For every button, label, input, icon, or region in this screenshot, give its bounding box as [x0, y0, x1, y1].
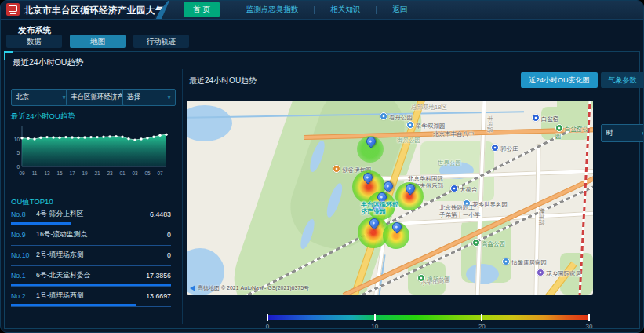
list-item[interactable]: No.84号-筛分上料区6.4483: [11, 210, 171, 225]
svg-text:03: 03: [132, 170, 138, 176]
filter-select-1[interactable]: 丰台区循环经济产∨: [66, 89, 127, 106]
time-select[interactable]: 时 ∨: [601, 124, 644, 142]
map-button-0[interactable]: 近24小时OU变化图: [521, 72, 598, 88]
filter-select-2[interactable]: 选择∨: [122, 89, 176, 106]
app-logo-icon: [6, 3, 20, 16]
trend-chart-box: 0510091113151719212301030507: [9, 121, 173, 182]
item-bar: [11, 222, 71, 225]
svg-text:05: 05: [144, 170, 151, 176]
map-label: 丰台区循环经 济产业园: [361, 202, 398, 215]
tab-2[interactable]: 行动轨迹: [133, 35, 189, 48]
time-select-value: 时: [606, 128, 613, 138]
legend-tick-label: 20: [478, 323, 486, 330]
list-item[interactable]: No.16号-北天堂村委会17.3856: [11, 271, 171, 287]
svg-text:5: 5: [16, 150, 20, 156]
nav-item-2[interactable]: 相关知识: [315, 5, 376, 15]
select-value: 丰台区循环经济产: [71, 93, 124, 102]
map-copyright: 高德地图 © 2021 AutoNavi - GS(2021)6375号: [190, 284, 309, 292]
copyright-text: 高德地图 © 2021 AutoNavi - GS(2021)6375号: [198, 284, 309, 292]
tab-1[interactable]: 地图: [70, 35, 126, 48]
map-label: 樊羊路: [537, 208, 544, 226]
map-label: 大葆台: [450, 185, 478, 194]
list-item[interactable]: No.916号-流动监测点0: [11, 230, 171, 246]
nav-item-0[interactable]: 首 页: [184, 2, 220, 17]
map-label: 白盆窑公园: [555, 124, 593, 140]
ou-trend-chart: 0510091113151719212301030507: [9, 121, 173, 182]
item-name: 6号-北天堂村委会: [36, 271, 146, 280]
map-label: 北京铁路职工 子弟第十一小学: [439, 205, 481, 218]
header-bar: 北京市丰台区循环经济产业园大气恶臭状况实时 首 页监测点恶臭指数相关知识返回: [1, 1, 643, 20]
main-panel: 最近24小时OU趋势 北京∨丰台区循环经济产∨选择∨ 最近24小时OU趋势 05…: [4, 51, 640, 329]
map-label: 翠华双湖园: [406, 121, 446, 130]
svg-text:17: 17: [69, 170, 75, 176]
item-name: 4号-筛分上料区: [36, 210, 150, 219]
item-value: 17.3856: [146, 272, 171, 280]
legend-tick: [588, 314, 590, 321]
legend-tick-label: 0: [266, 323, 269, 330]
item-name: 1号-填埋场西侧: [36, 291, 146, 301]
list-item-text: No.84号-筛分上料区6.4483: [11, 210, 171, 219]
list-item[interactable]: No.21号-填埋场西侧13.6697: [11, 291, 171, 307]
column-divider: [182, 69, 183, 324]
nav-item-3[interactable]: 返回: [377, 5, 423, 15]
map-label: 高鑫公园: [472, 239, 505, 248]
legend-tick-label: 10: [371, 323, 378, 330]
map-label: 丰科路: [486, 115, 493, 134]
legend-tick: [374, 314, 376, 321]
ou-top-list: No.84号-筛分上料区6.4483No.916号-流动监测点0No.102号-…: [11, 205, 171, 307]
main-nav: 首 页监测点恶臭指数相关知识返回: [154, 1, 643, 19]
select-value: 北京: [16, 93, 29, 102]
map-label: 世界公园: [438, 160, 461, 167]
map-label: 怡馨康居家园: [502, 258, 547, 267]
nav-item-1[interactable]: 监测点恶臭指数: [231, 5, 315, 15]
legend-tick-label: 30: [586, 323, 593, 330]
item-value: 6.4483: [150, 210, 171, 218]
item-bar: [11, 304, 136, 306]
legend-tick: [267, 314, 268, 321]
item-name: 16号-流动监测点: [36, 230, 167, 240]
panel-title: 最近24小时OU趋势: [13, 57, 83, 68]
item-value: 13.6697: [146, 292, 171, 300]
svg-text:09: 09: [19, 170, 25, 176]
map-label: 北京市丰台八中: [433, 131, 475, 138]
svg-text:21: 21: [94, 170, 100, 176]
map-label: 总部基地18区: [411, 104, 447, 112]
chevron-down-icon: ∨: [167, 94, 171, 101]
metro-poi-icon: [532, 114, 540, 122]
lake: [187, 105, 232, 141]
item-bar-track: [11, 243, 171, 246]
item-bar-track: [11, 222, 171, 225]
map-button-1[interactable]: 气象参数: [601, 72, 644, 88]
purple-poi-icon: [537, 269, 544, 276]
blue-poi-icon: [380, 112, 387, 120]
item-value: 0: [167, 251, 171, 259]
item-rank: No.1: [11, 272, 32, 280]
list-item-text: No.916号-流动监测点0: [11, 230, 171, 240]
ou-color-legend: 0102030: [267, 315, 589, 331]
list-item[interactable]: No.102号-填埋场东侧0: [11, 251, 171, 266]
metro-poi-icon: [491, 144, 499, 152]
tab-0[interactable]: 数据: [6, 35, 62, 48]
list-item-text: No.16号-北天堂村委会17.3856: [11, 271, 171, 280]
list-item-text: No.102号-填埋场东侧0: [11, 251, 171, 260]
map-label: 御景公园: [397, 137, 420, 145]
orange-poi-icon: [333, 165, 340, 173]
map-label: 看丹公园: [380, 112, 413, 122]
svg-text:23: 23: [107, 170, 113, 176]
svg-text:07: 07: [157, 170, 163, 176]
legend-tick: [481, 314, 482, 321]
item-rank: No.2: [11, 292, 32, 300]
park-poi-icon: [472, 239, 480, 247]
item-bar-track: [11, 263, 171, 266]
item-bar: [11, 284, 171, 286]
map-label: 郭公庄: [491, 144, 518, 153]
blue-poi-icon: [406, 121, 414, 129]
metro-poi-icon: [450, 185, 458, 192]
item-rank: No.10: [11, 251, 32, 259]
item-name: 2号-填埋场东侧: [36, 251, 167, 260]
map[interactable]: 高德地图 © 2021 AutoNavi - GS(2021)6375号 总部基…: [187, 101, 593, 295]
amap-logo-icon: [190, 285, 195, 291]
svg-text:11: 11: [32, 170, 38, 176]
list-item-text: No.21号-填埋场西侧13.6697: [11, 291, 171, 301]
filter-select-0[interactable]: 北京∨: [11, 89, 71, 106]
